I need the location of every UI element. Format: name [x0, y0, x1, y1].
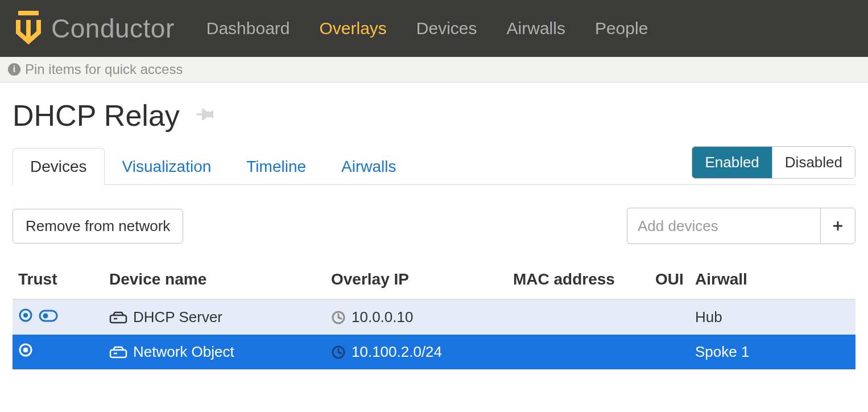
- svg-rect-8: [110, 315, 126, 323]
- col-oui[interactable]: OUI: [650, 262, 689, 299]
- nav-airwalls[interactable]: Airwalls: [507, 19, 565, 38]
- nav-overlays[interactable]: Overlays: [320, 19, 387, 38]
- col-trust[interactable]: Trust: [13, 262, 104, 299]
- trust-dot-icon: [18, 343, 33, 361]
- tab-airwalls[interactable]: Airwalls: [324, 148, 414, 185]
- svg-point-7: [43, 314, 48, 319]
- tabs: Devices Visualization Timeline Airwalls: [13, 147, 414, 184]
- device-name: Network Object: [133, 343, 234, 361]
- svg-line-19: [338, 352, 341, 353]
- svg-rect-15: [110, 350, 126, 357]
- table-row[interactable]: DHCP Server 10.0.0.10 Hub: [13, 299, 855, 335]
- enabled-toggle: Enabled Disabled: [692, 146, 855, 179]
- top-nav: Conductor Dashboard Overlays Devices Air…: [0, 0, 868, 57]
- nav-devices[interactable]: Devices: [416, 19, 477, 38]
- add-devices-input[interactable]: [627, 208, 820, 244]
- airwall: Spoke 1: [695, 343, 749, 360]
- col-airwall[interactable]: Airwall: [689, 262, 855, 299]
- brand: Conductor: [11, 9, 175, 48]
- svg-line-12: [338, 318, 341, 319]
- tools-row: Remove from network: [13, 208, 855, 244]
- brand-name: Conductor: [51, 13, 175, 44]
- add-devices-plus-button[interactable]: [820, 208, 855, 244]
- pin-icon[interactable]: [193, 103, 216, 128]
- info-icon: i: [8, 63, 20, 76]
- add-devices-group: [627, 208, 855, 244]
- svg-point-14: [23, 348, 28, 352]
- remove-from-network-button[interactable]: Remove from network: [13, 209, 183, 244]
- svg-rect-6: [40, 311, 57, 321]
- device-icon: [109, 311, 127, 324]
- pin-bar-text: Pin items for quick access: [25, 61, 183, 77]
- plus-icon: [832, 216, 844, 235]
- nav-dashboard[interactable]: Dashboard: [206, 19, 290, 38]
- tab-timeline[interactable]: Timeline: [229, 148, 324, 185]
- clock-icon: [331, 310, 346, 325]
- svg-point-5: [23, 313, 28, 318]
- col-overlay-ip[interactable]: Overlay IP: [325, 262, 507, 299]
- toggle-enabled-button[interactable]: Enabled: [692, 147, 772, 178]
- pin-bar: i Pin items for quick access: [0, 57, 868, 83]
- col-mac-address[interactable]: MAC address: [507, 262, 650, 299]
- trust-pill-icon: [39, 308, 58, 326]
- brand-logo-icon: [11, 9, 46, 48]
- table-header-row: Trust Device name Overlay IP MAC address…: [13, 262, 855, 299]
- tab-devices[interactable]: Devices: [13, 148, 105, 185]
- tabs-row: Devices Visualization Timeline Airwalls …: [13, 146, 855, 185]
- col-device-name[interactable]: Device name: [104, 262, 325, 299]
- table-row[interactable]: Network Object 10.100.2.0/24 Spoke 1: [13, 335, 855, 369]
- device-name: DHCP Server: [133, 308, 222, 326]
- page-title: DHCP Relay: [13, 98, 180, 133]
- nav-people[interactable]: People: [595, 19, 648, 38]
- airwall: Hub: [695, 308, 722, 326]
- device-icon: [109, 345, 127, 359]
- overlay-ip: 10.0.0.10: [352, 308, 413, 326]
- overlay-ip: 10.100.2.0/24: [352, 343, 442, 361]
- primary-nav: Dashboard Overlays Devices Airwalls Peop…: [206, 19, 648, 38]
- title-row: DHCP Relay: [13, 98, 855, 133]
- toggle-disabled-button[interactable]: Disabled: [772, 147, 855, 178]
- devices-table: Trust Device name Overlay IP MAC address…: [13, 262, 855, 369]
- tab-visualization[interactable]: Visualization: [105, 148, 229, 185]
- clock-icon: [331, 345, 346, 360]
- trust-dot-icon: [18, 308, 33, 327]
